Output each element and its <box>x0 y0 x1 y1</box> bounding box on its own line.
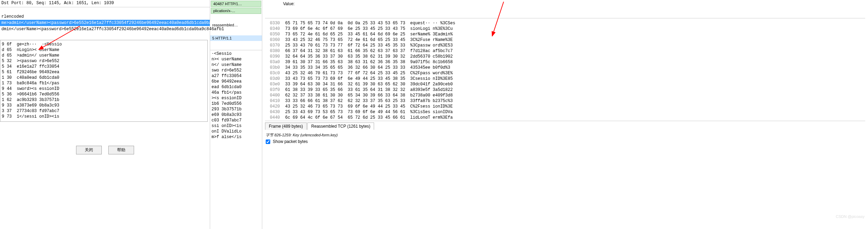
hex-line[interactable]: 1 62 ac9b3293 3b37571b <box>2 97 206 103</box>
hex-line[interactable]: ><s essionID <box>212 95 261 101</box>
hex-line[interactable]: 03a039 61 30 37 31 66 35 63 38 63 31 62 … <box>265 59 865 65</box>
hex-line[interactable]: 038066 37 64 31 32 38 61 63 61 66 35 62 … <box>265 48 865 54</box>
hex-view-mid[interactable]: ·<Session>< userNamen</ userNameswo rd>6… <box>210 50 262 141</box>
status-line: 字节 826-1259: Key (urlencoded-form.key) <box>266 133 865 138</box>
urlencoded-block: rlencoded me>admin</userName><password>6… <box>0 14 210 32</box>
close-button[interactable]: 关闭 <box>76 146 102 154</box>
hex-line[interactable]: 9 73 1</sessi onID><is <box>2 114 206 119</box>
hex-line[interactable]: ·<Sessio <box>212 51 261 57</box>
hex-line[interactable]: 040062 32 37 33 38 61 30 30 65 34 30 39 … <box>265 93 865 98</box>
packet-item[interactable]: 5 HTTP/1.1 <box>210 35 262 41</box>
hex-line[interactable]: c03 fd97abc7 <box>212 118 261 123</box>
hex-line[interactable]: e69 0b8a3c93 <box>212 112 261 118</box>
hex-line[interactable]: 03d033 43 73 65 73 73 69 6f 6e 49 44 25 … <box>265 76 865 82</box>
tab[interactable]: Frame (489 bytes) <box>265 122 307 130</box>
help-button[interactable]: 帮助 <box>108 146 134 154</box>
header-line: Dst Port: 80, Seq: 1145, Ack: 1651, Len:… <box>0 0 210 6</box>
right-pane: Value: 033065 71 75 65 73 74 0d 0a 0d 0a… <box>262 0 868 229</box>
hex-line[interactable]: 039032 64 64 35 36 33 37 30 63 35 38 62 … <box>265 54 865 59</box>
hex-line[interactable]: 5 61 f29246be 96492eea <box>2 69 206 75</box>
hex-line[interactable]: d 65 nLogin>< userName <box>2 47 206 53</box>
hex-line[interactable]: 6be 96492eea <box>212 79 261 84</box>
mid-pane: 40487 HTTP/1…plication/x-…reassembled…5 … <box>210 0 262 229</box>
hex-line[interactable]: a27 ffc33054 <box>212 73 261 79</box>
hex-line[interactable]: 1 30 c40a0ead 6db1cda0 <box>2 75 206 80</box>
value-label: Value: <box>283 1 295 6</box>
tab[interactable]: Reassembled TCP (1261 bytes) <box>307 122 374 130</box>
hex-line[interactable]: n</ userName <box>212 62 261 68</box>
hex-line[interactable]: 034073 69 6f 6e 4c 6f 67 69 6e 25 33 45 … <box>265 26 865 32</box>
hex-line[interactable]: m>f alse</is <box>212 134 261 140</box>
bytes-tabs: Frame (489 bytes)Reassembled TCP (1261 b… <box>265 121 865 130</box>
packet-item[interactable]: reassembled… <box>210 22 262 28</box>
hex-line[interactable]: 035073 65 72 4e 61 6d 65 25 33 45 61 64 … <box>265 32 865 37</box>
left-pane: Dst Port: 80, Seq: 1145, Ack: 1651, Len:… <box>0 0 210 229</box>
hex-line[interactable]: 5 36 >06641b6 7ed0d556 <box>2 92 206 97</box>
hex-line[interactable]: 03e033 39 64 63 30 34 31 66 32 61 39 30 … <box>265 82 865 87</box>
packet-list[interactable]: 40487 HTTP/1…plication/x-…reassembled…5 … <box>210 1 262 49</box>
hex-line[interactable]: 041033 33 66 66 61 38 37 62 62 32 33 37 … <box>265 98 865 104</box>
watermark: CSDN @picoasy <box>836 214 865 219</box>
hex-line[interactable]: 03b034 33 35 33 34 35 65 65 36 32 66 30 … <box>265 65 865 70</box>
value-row: Value: <box>262 0 868 13</box>
hex-line[interactable]: swo rd>6e552 <box>212 68 261 73</box>
urlencoded-label: rlencoded <box>0 14 210 20</box>
hex-line[interactable]: 043025 33 43 69 73 53 65 73 73 69 6f 6e … <box>265 109 865 115</box>
packet-header: Dst Port: 80, Seq: 1145, Ack: 1651, Len:… <box>0 0 210 7</box>
packet-item[interactable]: 40487 HTTP/1… <box>211 1 261 7</box>
hex-line[interactable]: 037025 33 43 70 61 73 73 77 6f 72 64 25 … <box>265 43 865 48</box>
hex-line[interactable]: 293 3b37571b <box>212 107 261 112</box>
hex-line[interactable]: ead 6db1cda0 <box>212 84 261 90</box>
hex-line[interactable]: 1 73 ba9c846a fb1</pas <box>2 80 206 86</box>
hex-line[interactable]: 46a fb1</pas <box>212 90 261 95</box>
show-packet-bytes-row: Show packet bytes <box>266 139 865 144</box>
hex-line[interactable]: 033065 71 75 65 73 74 0d 0a 0d 0a 25 33 … <box>265 20 865 26</box>
hex-line[interactable]: 03c043 25 32 46 70 61 73 73 77 6f 72 64 … <box>265 70 865 76</box>
hex-line[interactable]: 9 6f ge=zh··· ·<Sessio <box>2 42 206 47</box>
hex-line[interactable]: 5 32 ><passwo rd>6e552 <box>2 58 206 64</box>
hex-line[interactable]: 3 37 27734c03 fd97abc7 <box>2 108 206 114</box>
show-packet-bytes-label[interactable]: Show packet bytes <box>273 139 308 144</box>
hex-line[interactable]: 036033 43 25 32 46 75 73 65 72 4e 61 6d … <box>265 37 865 43</box>
xml-line[interactable]: dmin</userName><password>6e552e16e1a27ff… <box>0 26 210 32</box>
show-packet-bytes-checkbox[interactable] <box>266 139 270 144</box>
hex-line[interactable]: 9 33 a3873e69 0b8a3c93 <box>2 103 206 108</box>
dialog-buttons: 关闭 帮助 <box>0 146 210 154</box>
hex-view-right[interactable]: 033065 71 75 65 73 74 0d 0a 0d 0a 25 33 … <box>265 18 865 119</box>
hex-line[interactable]: n>< userName <box>212 57 261 62</box>
hex-line[interactable]: 03f061 38 33 39 33 65 35 66 33 61 35 64 … <box>265 87 865 93</box>
hex-line[interactable]: d 65 >admin</ userName <box>2 53 206 58</box>
xml-line-selected[interactable]: me>admin</userName><password>6e552e16e1a… <box>0 20 210 26</box>
hex-line[interactable]: 042043 25 32 46 73 65 73 73 69 6f 6e 49 … <box>265 104 865 109</box>
hex-line[interactable]: 04406c 69 64 4c 6f 6e 67 54 65 72 6d 25 … <box>265 115 865 119</box>
hex-line[interactable]: 5 34 e16e1a27 ffc33054 <box>2 64 206 69</box>
hex-line[interactable]: onI DValidLo <box>212 129 261 134</box>
packet-item[interactable]: plication/x-… <box>211 8 261 14</box>
hex-line[interactable]: ssi onID><is <box>212 123 261 129</box>
hex-line[interactable]: 9 44 sword><s essionID <box>2 86 206 92</box>
hex-line[interactable]: 1b6 7ed0d556 <box>212 101 261 107</box>
hex-view-left[interactable]: 9 6f ge=zh··· ·<Sessiod 65 nLogin>< user… <box>0 40 208 122</box>
